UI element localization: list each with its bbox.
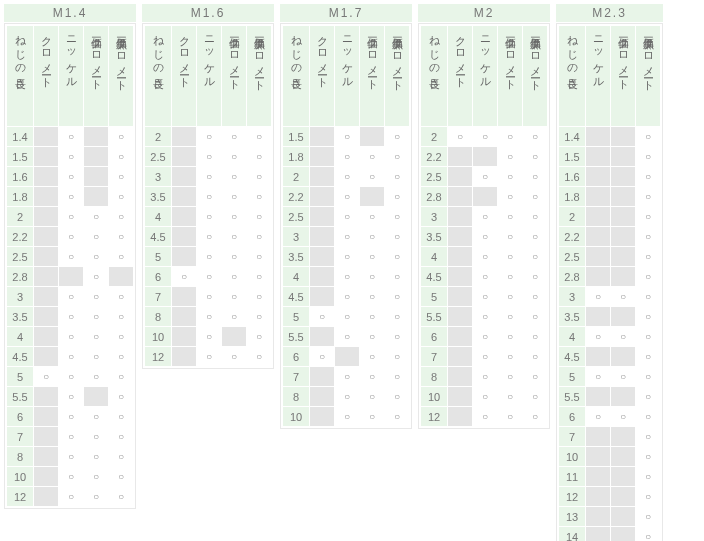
empty-cell	[611, 187, 635, 206]
mark-cell: ○	[586, 367, 610, 386]
mark-cell: ○	[360, 227, 384, 246]
mark-cell: ○	[385, 287, 409, 306]
mark-cell: ○	[84, 367, 108, 386]
row-length: 2.5	[421, 167, 447, 186]
empty-cell	[172, 147, 196, 166]
empty-cell	[34, 447, 58, 466]
mark-cell: ○	[636, 367, 660, 386]
empty-cell	[222, 327, 246, 346]
mark-cell: ○	[59, 227, 83, 246]
mark-cell: ○	[523, 287, 547, 306]
row-length: 3	[283, 227, 309, 246]
mark-cell: ○	[523, 187, 547, 206]
mark-cell: ○	[197, 287, 221, 306]
column-header: 三価黒クロメート	[109, 26, 133, 126]
empty-cell	[34, 407, 58, 426]
empty-cell	[611, 487, 635, 506]
mark-cell: ○	[523, 327, 547, 346]
row-length: 2	[559, 207, 585, 226]
mark-cell: ○	[109, 247, 133, 266]
mark-cell: ○	[360, 347, 384, 366]
mark-cell: ○	[84, 207, 108, 226]
row-length: 10	[559, 447, 585, 466]
empty-cell	[310, 387, 334, 406]
mark-cell: ○	[498, 387, 522, 406]
mark-cell: ○	[335, 147, 359, 166]
empty-cell	[611, 507, 635, 526]
table-row: 5.5○○○	[283, 327, 409, 346]
mark-cell: ○	[385, 167, 409, 186]
mark-cell: ○	[335, 367, 359, 386]
mark-cell: ○	[636, 467, 660, 486]
mark-cell: ○	[636, 347, 660, 366]
table-row: 4.5○○○	[421, 267, 547, 286]
mark-cell: ○	[197, 147, 221, 166]
table-title: M1.7	[280, 4, 412, 23]
table-row: 1.4○○	[7, 127, 133, 146]
table-row: 1.5○○	[7, 147, 133, 166]
mark-cell: ○	[84, 267, 108, 286]
mark-cell: ○	[498, 347, 522, 366]
column-header: クロメート	[310, 26, 334, 126]
mark-cell: ○	[448, 127, 472, 146]
row-length: 12	[7, 487, 33, 506]
mark-cell: ○	[109, 327, 133, 346]
empty-cell	[84, 387, 108, 406]
mark-cell: ○	[498, 127, 522, 146]
empty-cell	[34, 307, 58, 326]
empty-cell	[34, 347, 58, 366]
mark-cell: ○	[360, 247, 384, 266]
mark-cell: ○	[636, 267, 660, 286]
row-length: 3.5	[7, 307, 33, 326]
empty-cell	[172, 307, 196, 326]
empty-cell	[310, 187, 334, 206]
row-length: 2.8	[421, 187, 447, 206]
table-row: 1.8○○	[7, 187, 133, 206]
empty-cell	[586, 227, 610, 246]
table-row: 5○○○	[421, 287, 547, 306]
row-length: 2.5	[7, 247, 33, 266]
row-length: 2.8	[7, 267, 33, 286]
mark-cell: ○	[222, 287, 246, 306]
row-length: 1.6	[7, 167, 33, 186]
empty-cell	[586, 427, 610, 446]
mark-cell: ○	[222, 147, 246, 166]
table-title: M1.4	[4, 4, 136, 23]
table-row: 2.5○○○	[421, 167, 547, 186]
table-row: 5○○○○	[283, 307, 409, 326]
mark-cell: ○	[636, 427, 660, 446]
row-length: 4.5	[7, 347, 33, 366]
mark-cell: ○	[636, 147, 660, 166]
column-header: ニッケル	[197, 26, 221, 126]
mark-cell: ○	[636, 387, 660, 406]
mark-cell: ○	[523, 247, 547, 266]
mark-cell: ○	[523, 167, 547, 186]
row-length: 1.4	[7, 127, 33, 146]
mark-cell: ○	[84, 247, 108, 266]
column-header: 三価黒クロメート	[247, 26, 271, 126]
row-length: 3.5	[421, 227, 447, 246]
table-row: 4.5○○○	[283, 287, 409, 306]
mark-cell: ○	[197, 327, 221, 346]
table-row: 2.8○○	[421, 187, 547, 206]
empty-cell	[611, 387, 635, 406]
table-row: 2○○○	[283, 167, 409, 186]
row-length: 7	[7, 427, 33, 446]
mark-cell: ○	[473, 167, 497, 186]
mark-cell: ○	[247, 247, 271, 266]
mark-cell: ○	[109, 487, 133, 506]
mark-cell: ○	[310, 307, 334, 326]
mark-cell: ○	[335, 207, 359, 226]
empty-cell	[34, 227, 58, 246]
table-row: 2.2○○	[421, 147, 547, 166]
mark-cell: ○	[59, 127, 83, 146]
table-row: 10○	[559, 447, 660, 466]
mark-cell: ○	[247, 287, 271, 306]
table-row: 10○○	[145, 327, 271, 346]
mark-cell: ○	[523, 347, 547, 366]
row-length: 5	[559, 367, 585, 386]
mark-cell: ○	[247, 167, 271, 186]
table-row: 3.5○○○	[7, 307, 133, 326]
empty-cell	[611, 267, 635, 286]
mark-cell: ○	[247, 267, 271, 286]
